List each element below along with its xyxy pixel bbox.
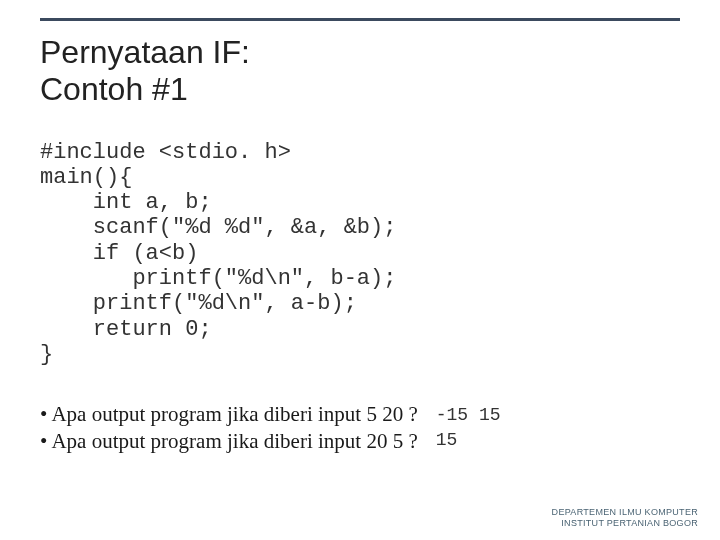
page-title: Pernyataan IF: Contoh #1 <box>40 34 680 108</box>
list-item: Apa output program jika diberi input 20 … <box>40 428 418 454</box>
footer-line-1: DEPARTEMEN ILMU KOMPUTER <box>552 507 698 517</box>
list-item: Apa output program jika diberi input 5 2… <box>40 401 418 427</box>
code-block: #include <stdio. h> main(){ int a, b; sc… <box>40 140 680 368</box>
footer-line-2: INSTITUT PERTANIAN BOGOR <box>552 518 698 528</box>
title-line-2: Contoh #1 <box>40 71 188 107</box>
slide: Pernyataan IF: Contoh #1 #include <stdio… <box>0 0 720 540</box>
question-list: Apa output program jika diberi input 5 2… <box>40 401 418 454</box>
title-line-1: Pernyataan IF: <box>40 34 250 70</box>
top-rule <box>40 18 680 21</box>
footer: DEPARTEMEN ILMU KOMPUTER INSTITUT PERTAN… <box>552 507 698 528</box>
answer-block: -15 15 15 <box>436 403 501 452</box>
questions-row: Apa output program jika diberi input 5 2… <box>40 401 680 454</box>
